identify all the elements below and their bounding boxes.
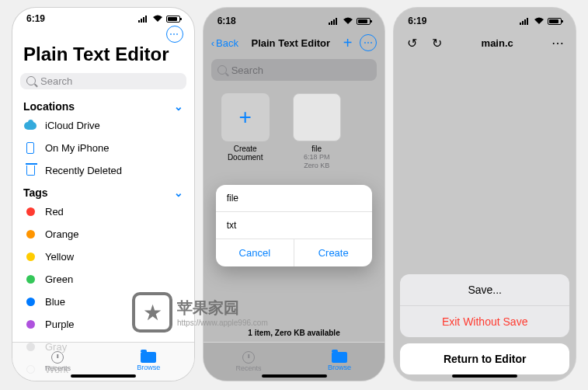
file-item[interactable]: file 6:18 PM Zero KB xyxy=(287,93,346,170)
item-label: Create Document xyxy=(216,145,275,162)
watermark-text: 苹果家园 xyxy=(177,299,239,316)
tags-label: Tags xyxy=(23,186,48,199)
row-label: On My iPhone xyxy=(45,142,109,154)
watermark: ★ 苹果家园 https://www.apple996.com xyxy=(132,292,268,333)
chevron-down-icon: ⌄ xyxy=(174,100,183,113)
create-document[interactable]: + Create Document xyxy=(216,93,275,170)
home-indicator[interactable] xyxy=(71,374,136,378)
signal-icon xyxy=(329,17,339,25)
status-bar: 6:19 xyxy=(394,8,576,30)
wifi-icon xyxy=(152,15,163,23)
add-button[interactable]: + xyxy=(343,34,353,52)
status-icons xyxy=(520,17,562,25)
tab-label: Recents xyxy=(236,364,262,372)
signal-icon xyxy=(520,17,531,25)
action-sheet: Save... Exit Without Save Return to Edit… xyxy=(400,274,569,374)
location-iphone[interactable]: On My iPhone xyxy=(12,137,194,159)
location-icloud[interactable]: iCloud Drive xyxy=(12,114,194,137)
back-label: Back xyxy=(216,37,238,49)
row-label: Recently Deleted xyxy=(45,165,122,176)
plus-icon: + xyxy=(238,105,251,130)
battery-icon xyxy=(548,18,562,25)
create-file-modal: file txt Cancel Create xyxy=(216,185,373,266)
tag-dot-icon xyxy=(26,320,35,329)
return-button[interactable]: Return to Editor xyxy=(400,343,569,374)
row-label: Red xyxy=(45,206,64,218)
back-button[interactable]: ‹Back xyxy=(211,37,238,49)
tag-dot-icon xyxy=(26,230,35,239)
home-indicator[interactable] xyxy=(262,374,327,378)
clock-time: 6:19 xyxy=(26,13,45,24)
status-icons xyxy=(138,15,180,23)
locations-header[interactable]: Locations ⌄ xyxy=(12,96,194,114)
page-title: Plain Text Editor xyxy=(12,44,194,70)
search-placeholder: Search xyxy=(231,64,263,76)
search-icon xyxy=(26,76,36,85)
status-bar: 6:18 xyxy=(204,8,385,30)
search-placeholder: Search xyxy=(40,75,72,87)
row-label: Yellow xyxy=(45,251,74,263)
home-indicator[interactable] xyxy=(452,374,517,378)
folder-icon xyxy=(332,352,347,363)
status-icons xyxy=(329,17,371,25)
tags-header[interactable]: Tags ⌄ xyxy=(12,182,194,200)
chevron-left-icon: ‹ xyxy=(211,37,214,49)
extension-input[interactable]: txt xyxy=(216,212,373,239)
tag-yellow[interactable]: Yellow xyxy=(12,245,194,268)
row-label: Green xyxy=(45,273,73,285)
battery-icon xyxy=(166,16,180,23)
tag-orange[interactable]: Orange xyxy=(12,223,194,245)
undo-button[interactable]: ↺ xyxy=(403,36,420,50)
file-title: main.c xyxy=(482,37,513,49)
row-label: Purple xyxy=(45,319,75,330)
search-input[interactable]: Search xyxy=(211,59,378,81)
signal-icon xyxy=(138,15,149,23)
tab-label: Recents xyxy=(45,364,71,372)
trash-icon xyxy=(26,165,35,176)
clock-icon xyxy=(51,351,64,364)
tab-label: Browse xyxy=(137,364,160,371)
tab-label: Browse xyxy=(328,364,351,371)
row-label: Blue xyxy=(45,296,65,308)
nav-title: Plain Text Editor xyxy=(251,37,330,49)
location-deleted[interactable]: Recently Deleted xyxy=(12,159,194,182)
row-label: Orange xyxy=(45,228,78,240)
cancel-button[interactable]: Cancel xyxy=(216,239,294,266)
tag-green[interactable]: Green xyxy=(12,268,194,291)
row-label: iCloud Drive xyxy=(45,120,100,131)
watermark-url: https://www.apple996.com xyxy=(177,319,268,327)
create-button[interactable]: Create xyxy=(294,239,372,266)
item-time: 6:18 PM xyxy=(287,153,346,162)
iphone-icon xyxy=(26,142,34,154)
save-button[interactable]: Save... xyxy=(400,274,569,306)
more-button[interactable]: ⋯ xyxy=(360,34,377,51)
clock-icon xyxy=(242,351,255,364)
redo-button[interactable]: ↻ xyxy=(428,36,445,50)
star-icon: ★ xyxy=(132,292,172,333)
top-bar: ⋯ xyxy=(12,26,194,44)
wifi-icon xyxy=(534,17,545,25)
more-button[interactable]: ⋯ xyxy=(549,36,566,50)
exit-without-save-button[interactable]: Exit Without Save xyxy=(400,306,569,337)
locations-label: Locations xyxy=(23,100,75,113)
item-size: Zero KB xyxy=(287,162,346,170)
search-icon xyxy=(217,65,227,75)
clock-time: 6:19 xyxy=(408,16,426,26)
more-button[interactable]: ⋯ xyxy=(166,26,183,43)
battery-icon xyxy=(357,18,371,25)
tag-red[interactable]: Red xyxy=(12,200,194,223)
nav-bar: ↺ ↻ main.c ⋯ xyxy=(394,30,576,56)
tag-dot-icon xyxy=(26,298,35,306)
wifi-icon xyxy=(343,17,353,25)
folder-icon xyxy=(141,352,156,363)
clock-time: 6:18 xyxy=(217,16,236,26)
tag-dot-icon xyxy=(26,207,35,216)
status-bar: 6:19 xyxy=(12,8,194,26)
search-input[interactable]: Search xyxy=(20,73,186,89)
item-label: file xyxy=(287,145,346,153)
tag-dot-icon xyxy=(26,275,35,284)
filename-input[interactable]: file xyxy=(216,185,373,212)
tag-dot-icon xyxy=(26,252,35,261)
chevron-down-icon: ⌄ xyxy=(174,186,183,199)
file-grid: + Create Document file 6:18 PM Zero KB xyxy=(204,87,385,176)
